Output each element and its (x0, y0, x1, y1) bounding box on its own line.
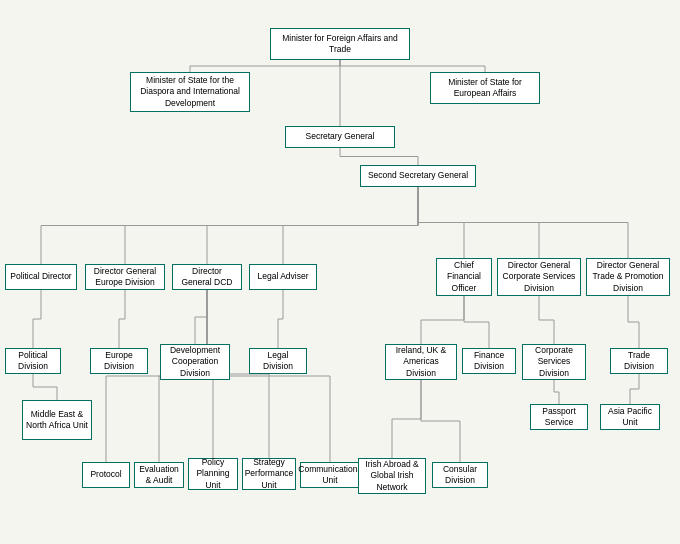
dg_corporate: Director General Corporate Services Divi… (497, 258, 581, 296)
policy_planning: Policy Planning Unit (188, 458, 238, 490)
strategy_performance: Strategy Performance Unit (242, 458, 296, 490)
ireland_uk: Ireland, UK & Americas Division (385, 344, 457, 380)
communications: Communications Unit (300, 462, 360, 488)
legal_adviser: Legal Adviser (249, 264, 317, 290)
irish_abroad: Irish Abroad & Global Irish Network (358, 458, 426, 494)
political_director: Political Director (5, 264, 77, 290)
minister_diaspora: Minister of State for the Diaspora and I… (130, 72, 250, 112)
minister: Minister for Foreign Affairs and Trade (270, 28, 410, 60)
corporate_services: Corporate Services Division (522, 344, 586, 380)
minister_european: Minister of State for European Affairs (430, 72, 540, 104)
trade_division: Trade Division (610, 348, 668, 374)
dev_cooperation: Development Cooperation Division (160, 344, 230, 380)
second_secretary: Second Secretary General (360, 165, 476, 187)
europe_division: Europe Division (90, 348, 148, 374)
asia_pacific: Asia Pacific Unit (600, 404, 660, 430)
dg_dcd: Director General DCD (172, 264, 242, 290)
consular_division: Consular Division (432, 462, 488, 488)
dg_trade: Director General Trade & Promotion Divis… (586, 258, 670, 296)
political_division: Political Division (5, 348, 61, 374)
org-chart: Minister for Foreign Affairs and TradeMi… (0, 0, 680, 544)
dg_europe: Director General Europe Division (85, 264, 165, 290)
finance_division: Finance Division (462, 348, 516, 374)
chief_financial: Chief Financial Officer (436, 258, 492, 296)
middle_east: Middle East & North Africa Unit (22, 400, 92, 440)
passport_service: Passport Service (530, 404, 588, 430)
secretary_general: Secretary General (285, 126, 395, 148)
protocol: Protocol (82, 462, 130, 488)
evaluation_audit: Evaluation & Audit (134, 462, 184, 488)
legal_division: Legal Division (249, 348, 307, 374)
